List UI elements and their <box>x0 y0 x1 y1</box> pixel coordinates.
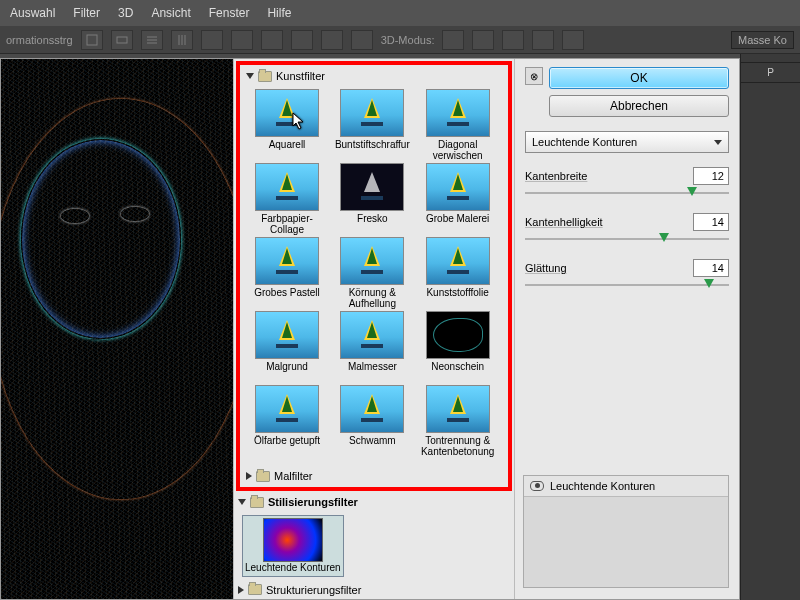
options-toolbar: ormationsstrg 3D-Modus: Masse Ko <box>0 26 800 54</box>
side-tab-1[interactable] <box>741 54 800 63</box>
preview-pane[interactable] <box>1 59 233 599</box>
chevron-down-icon <box>714 140 722 145</box>
tool-btn-8[interactable] <box>291 30 313 50</box>
filter-malgrund[interactable]: Malgrund <box>248 311 326 383</box>
side-tab-2[interactable]: P <box>741 63 800 83</box>
collapse-button[interactable]: ⊗ <box>525 67 543 85</box>
slider-track[interactable] <box>525 233 729 245</box>
tool-btn-7[interactable] <box>261 30 283 50</box>
slider-value-input[interactable] <box>693 259 729 277</box>
slider-label[interactable]: Glättung <box>525 262 567 274</box>
filter-layers-panel: Leuchtende Konturen <box>523 475 729 588</box>
filter-select-dropdown[interactable]: Leuchtende Konturen <box>525 131 729 153</box>
tool-btn-5[interactable] <box>201 30 223 50</box>
tool-3d-2[interactable] <box>472 30 494 50</box>
thumb-label: Neonschein <box>431 361 484 383</box>
category-malfilter[interactable]: Malfilter <box>242 467 506 485</box>
layer-body <box>524 497 728 587</box>
thumb-label: Grobe Malerei <box>426 213 489 235</box>
filter-oelfarbe[interactable]: Ölfarbe getupft <box>248 385 326 457</box>
filter-buntstift[interactable]: Buntstiftschraffur <box>333 89 411 161</box>
folder-icon <box>256 471 270 482</box>
layer-row[interactable]: Leuchtende Konturen <box>524 476 728 497</box>
tool-3d-5[interactable] <box>562 30 584 50</box>
disclosure-triangle-icon <box>238 499 246 505</box>
visibility-eye-icon[interactable] <box>530 481 544 491</box>
filter-malmesser[interactable]: Malmesser <box>333 311 411 383</box>
collapse-icon: ⊗ <box>530 71 538 82</box>
menu-auswahl[interactable]: Auswahl <box>10 6 55 20</box>
category-strukturierung[interactable]: Strukturierungsfilter <box>234 581 514 599</box>
tool-btn-3[interactable] <box>141 30 163 50</box>
menu-filter[interactable]: Filter <box>73 6 100 20</box>
thumb-label: Körnung & Aufhellung <box>333 287 411 309</box>
filter-fresko[interactable]: Fresko <box>333 163 411 235</box>
dropdown-value: Leuchtende Konturen <box>532 136 637 148</box>
svg-rect-0 <box>87 35 97 45</box>
tutorial-highlight: Kunstfilter Aquarell Buntstiftschraffur … <box>236 61 512 491</box>
slider-kantenhelligkeit: Kantenhelligkeit <box>525 213 729 245</box>
category-stilisierung[interactable]: Stilisierungsfilter <box>234 493 514 511</box>
menu-3d[interactable]: 3D <box>118 6 133 20</box>
thumb-label: Farbpapier-Collage <box>248 213 326 235</box>
slider-track[interactable] <box>525 187 729 199</box>
filter-kunststoff[interactable]: Kunststofffolie <box>419 237 497 309</box>
slider-track[interactable] <box>525 279 729 291</box>
disclosure-triangle-icon <box>238 586 244 594</box>
category-stilisierung-section: Stilisierungsfilter Leuchtende Konturen … <box>234 493 514 599</box>
thumb-label: Aquarell <box>269 139 306 161</box>
slider-label[interactable]: Kantenhelligkeit <box>525 216 603 228</box>
menubar: Auswahl Filter 3D Ansicht Fenster Hilfe <box>0 0 800 26</box>
tool-btn-10[interactable] <box>351 30 373 50</box>
filter-schwamm[interactable]: Schwamm <box>333 385 411 457</box>
slider-knob[interactable] <box>704 279 714 288</box>
menu-fenster[interactable]: Fenster <box>209 6 250 20</box>
ok-button[interactable]: OK <box>549 67 729 89</box>
thumb-label: Malgrund <box>266 361 308 383</box>
tool-btn-2[interactable] <box>111 30 133 50</box>
controls-pane: ⊗ OK Abbrechen Leuchtende Konturen Kante… <box>515 59 739 599</box>
filter-aquarell[interactable]: Aquarell <box>248 89 326 161</box>
preview-image <box>1 59 233 599</box>
menu-hilfe[interactable]: Hilfe <box>267 6 291 20</box>
thumb-label: Tontrennung & Kantenbetonung <box>419 435 497 457</box>
filter-grobe-malerei[interactable]: Grobe Malerei <box>419 163 497 235</box>
thumb-label: Leuchtende Konturen <box>245 563 341 574</box>
tool-btn-6[interactable] <box>231 30 253 50</box>
filter-neonschein[interactable]: Neonschein <box>419 311 497 383</box>
filter-gallery-dialog: Kunstfilter Aquarell Buntstiftschraffur … <box>0 58 740 600</box>
filter-leuchtende-konturen[interactable]: Leuchtende Konturen <box>242 515 344 577</box>
filter-farbpapier[interactable]: Farbpapier-Collage <box>248 163 326 235</box>
side-panels: P <box>740 54 800 600</box>
tool-3d-1[interactable] <box>442 30 464 50</box>
tool-3d-3[interactable] <box>502 30 524 50</box>
slider-label[interactable]: Kantenbreite <box>525 170 587 182</box>
tool-btn-9[interactable] <box>321 30 343 50</box>
tool-btn-4[interactable] <box>171 30 193 50</box>
filter-koernung[interactable]: Körnung & Aufhellung <box>333 237 411 309</box>
tool-btn-1[interactable] <box>81 30 103 50</box>
tool-3d-4[interactable] <box>532 30 554 50</box>
slider-value-input[interactable] <box>693 213 729 231</box>
right-panel-tab[interactable]: Masse Ko <box>731 31 794 49</box>
filter-diagonal[interactable]: Diagonal verwischen <box>419 89 497 161</box>
slider-knob[interactable] <box>659 233 669 242</box>
folder-icon <box>250 497 264 508</box>
filter-tontrennung[interactable]: Tontrennung & Kantenbetonung <box>419 385 497 457</box>
cancel-button[interactable]: Abbrechen <box>549 95 729 117</box>
disclosure-triangle-icon <box>246 73 254 79</box>
slider-glaettung: Glättung <box>525 259 729 291</box>
thumb-label: Diagonal verwischen <box>419 139 497 161</box>
filter-categories-pane: Kunstfilter Aquarell Buntstiftschraffur … <box>233 59 515 599</box>
category-label: Malfilter <box>274 470 313 482</box>
thumb-label: Kunststofffolie <box>426 287 488 309</box>
category-label: Strukturierungsfilter <box>266 584 361 596</box>
category-kunstfilter[interactable]: Kunstfilter <box>242 67 506 85</box>
thumb-label: Malmesser <box>348 361 397 383</box>
slider-knob[interactable] <box>687 187 697 196</box>
slider-value-input[interactable] <box>693 167 729 185</box>
thumb-label: Fresko <box>357 213 388 235</box>
menu-ansicht[interactable]: Ansicht <box>151 6 190 20</box>
folder-icon <box>258 71 272 82</box>
filter-grobes-pastell[interactable]: Grobes Pastell <box>248 237 326 309</box>
